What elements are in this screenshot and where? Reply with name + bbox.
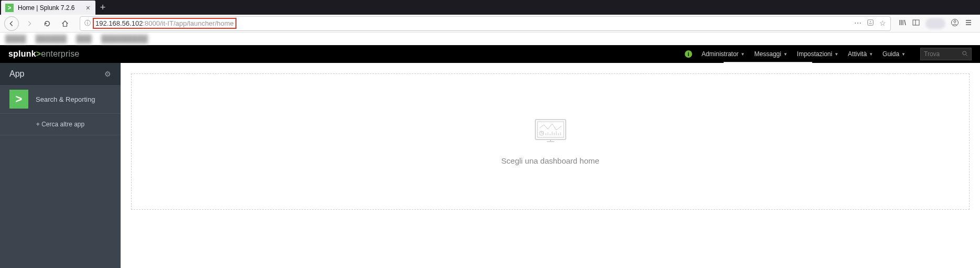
url-host: 192.168.56.102 bbox=[95, 19, 143, 27]
dashboard-placeholder-text: Scegli una dashboard home bbox=[501, 156, 599, 165]
home-button[interactable] bbox=[58, 16, 72, 31]
menu-hamburger-icon[interactable] bbox=[964, 18, 973, 28]
logo-edition: enterprise bbox=[41, 49, 79, 58]
profile-indicator[interactable] bbox=[925, 18, 945, 29]
back-button[interactable] bbox=[4, 16, 19, 31]
svg-rect-0 bbox=[868, 20, 874, 26]
new-tab-button[interactable]: + bbox=[95, 0, 110, 15]
chevron-down-icon: ▼ bbox=[901, 52, 906, 57]
svg-point-1 bbox=[870, 21, 871, 22]
splunk-logo[interactable]: splunk>enterprise bbox=[8, 49, 79, 59]
menu-label: Messaggi bbox=[755, 50, 781, 58]
sidebar-item-label: Search & Reporting bbox=[36, 95, 95, 103]
menu-label: Attività bbox=[848, 50, 867, 58]
site-info-icon[interactable]: ⓘ bbox=[84, 19, 91, 28]
url-bar[interactable]: ⓘ 192.168.56.102:8000/it-IT/app/launcher… bbox=[80, 16, 891, 31]
svg-rect-8 bbox=[535, 120, 566, 140]
global-search-box[interactable] bbox=[920, 48, 972, 60]
menu-messages[interactable]: Messaggi▼ bbox=[755, 50, 788, 58]
sidebar-header: App ⚙ bbox=[0, 63, 121, 85]
logo-greater-icon: > bbox=[36, 49, 41, 58]
blurred-item: █████████ bbox=[101, 35, 148, 43]
app-header: splunk>enterprise i Administrator▼ Messa… bbox=[0, 45, 980, 63]
sidebar-title: App bbox=[9, 69, 24, 79]
app-greater-icon: > bbox=[9, 90, 28, 109]
tab-favicon-icon: > bbox=[5, 4, 14, 12]
browser-tab-active[interactable]: > Home | Splunk 7.2.6 × bbox=[1, 1, 95, 15]
logo-brand: splunk bbox=[8, 49, 36, 58]
menu-settings[interactable]: Impostazioni▼ bbox=[797, 50, 838, 58]
chevron-down-icon: ▼ bbox=[869, 52, 873, 57]
url-path: :8000/it-IT/app/launcher/home bbox=[143, 19, 233, 27]
menu-label: Guida bbox=[882, 50, 899, 58]
sidebar-toggle-icon[interactable] bbox=[912, 18, 920, 28]
menu-administrator[interactable]: Administrator▼ bbox=[702, 50, 745, 58]
svg-line-7 bbox=[966, 55, 967, 56]
blurred-item: ██████ bbox=[36, 35, 67, 43]
tab-title: Home | Splunk 7.2.6 bbox=[18, 4, 82, 12]
account-icon[interactable] bbox=[951, 18, 959, 28]
menu-help[interactable]: Guida▼ bbox=[882, 50, 906, 58]
forward-button[interactable] bbox=[22, 16, 37, 31]
more-apps-label: + Cerca altre app bbox=[36, 121, 84, 128]
blurred-item: ████ bbox=[5, 35, 26, 43]
svg-point-6 bbox=[963, 51, 966, 55]
browser-toolbar: ⓘ 192.168.56.102:8000/it-IT/app/launcher… bbox=[0, 15, 980, 33]
app-sidebar: App ⚙ > Search & Reporting + Cerca altre… bbox=[0, 63, 121, 268]
dashboard-placeholder[interactable]: Scegli una dashboard home bbox=[131, 73, 970, 210]
main-content: Scegli una dashboard home bbox=[121, 63, 980, 268]
svg-point-5 bbox=[954, 20, 956, 23]
gear-icon[interactable]: ⚙ bbox=[104, 70, 111, 78]
bookmark-star-icon[interactable]: ☆ bbox=[879, 19, 886, 28]
blurred-item: ███ bbox=[76, 35, 92, 43]
menu-label: Impostazioni bbox=[797, 50, 832, 58]
close-tab-icon[interactable]: × bbox=[86, 4, 90, 12]
browser-tab-strip: > Home | Splunk 7.2.6 × + bbox=[0, 0, 980, 15]
menu-activity[interactable]: Attività▼ bbox=[848, 50, 873, 58]
chevron-down-icon: ▼ bbox=[834, 52, 838, 57]
library-icon[interactable] bbox=[898, 18, 907, 28]
svg-rect-2 bbox=[913, 20, 919, 25]
reader-mode-icon[interactable] bbox=[867, 19, 874, 28]
bookmarks-bar: ████ ██████ ███ █████████ bbox=[0, 33, 980, 45]
page-actions-icon[interactable]: ⋯ bbox=[854, 19, 861, 28]
url-highlight-box: 192.168.56.102:8000/it-IT/app/launcher/h… bbox=[93, 18, 236, 29]
search-icon[interactable] bbox=[962, 50, 968, 58]
find-more-apps-button[interactable]: + Cerca altre app bbox=[0, 113, 121, 135]
menu-label: Administrator bbox=[702, 50, 739, 58]
chevron-down-icon: ▼ bbox=[741, 52, 745, 57]
reload-button[interactable] bbox=[40, 16, 55, 31]
global-search-input[interactable] bbox=[924, 50, 960, 58]
dashboard-monitor-icon bbox=[534, 119, 567, 146]
chevron-down-icon: ▼ bbox=[783, 52, 788, 57]
info-badge-icon[interactable]: i bbox=[685, 50, 692, 58]
sidebar-item-search-reporting[interactable]: > Search & Reporting bbox=[0, 85, 121, 113]
